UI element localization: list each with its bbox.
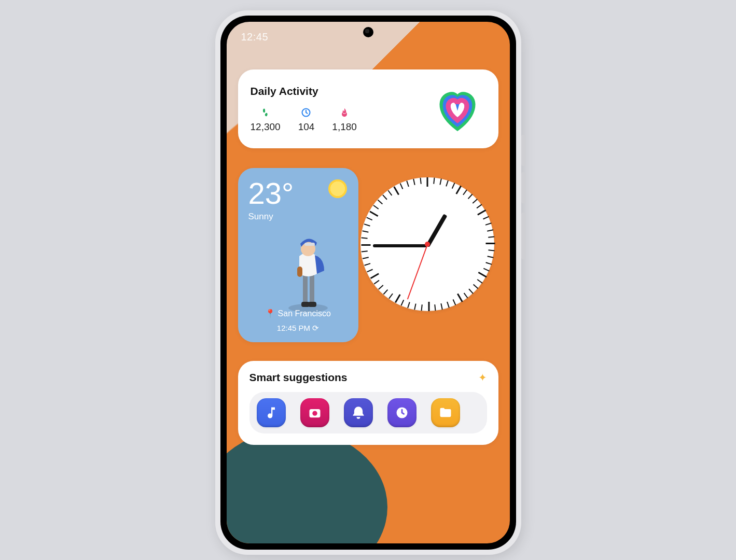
daily-activity-title: Daily Activity	[251, 85, 420, 97]
weather-condition: Sunny	[248, 212, 348, 222]
fire-icon	[339, 107, 350, 118]
active-minutes-metric: 104	[298, 107, 315, 133]
weather-illustration	[280, 230, 337, 313]
steps-value: 12,300	[251, 121, 281, 133]
weather-widget[interactable]: 23° Sunny 📍 San Francisco	[238, 168, 358, 342]
daily-activity-metrics: 12,300 104 1,180	[251, 107, 420, 133]
status-bar-time: 12:45	[241, 31, 269, 43]
weather-time: 12:45 PM	[277, 324, 310, 332]
front-camera	[363, 27, 373, 37]
weather-location-row: 📍 San Francisco	[238, 309, 358, 318]
smart-suggestions-title: Smart suggestions	[249, 371, 473, 384]
calories-metric: 1,180	[332, 107, 357, 133]
clock-icon	[300, 107, 312, 118]
power-button[interactable]	[521, 213, 525, 259]
suggested-app-files[interactable]	[431, 398, 460, 427]
suggested-app-camera[interactable]	[300, 398, 329, 427]
steps-metric: 12,300	[251, 107, 281, 133]
svg-point-10	[312, 411, 317, 416]
svg-rect-5	[308, 302, 316, 307]
weather-time-row: 12:45 PM ⟳	[238, 324, 358, 333]
svg-rect-2	[303, 272, 308, 303]
suggested-app-clock[interactable]	[387, 398, 416, 427]
phone-mockup: 12:45 Daily Activity 12,300	[215, 10, 521, 555]
svg-rect-7	[304, 243, 315, 246]
clock-second-hand	[407, 245, 427, 300]
calories-value: 1,180	[332, 121, 357, 133]
weather-location: San Francisco	[278, 309, 331, 318]
activity-rings-icon	[429, 80, 486, 137]
clock-center-pin	[425, 242, 430, 247]
clock-minute-hand	[373, 244, 427, 247]
smart-suggestions-widget[interactable]: Smart suggestions ✦	[238, 361, 498, 445]
phone-screen[interactable]: 12:45 Daily Activity 12,300	[227, 22, 510, 543]
pin-icon: 📍	[265, 309, 275, 318]
sun-icon	[328, 179, 347, 198]
analog-clock-widget[interactable]	[360, 177, 494, 311]
svg-rect-3	[310, 272, 314, 303]
volume-down-button[interactable]	[521, 172, 525, 203]
suggested-apps-row	[249, 392, 487, 433]
refresh-icon: ⟳	[312, 324, 319, 332]
suggested-app-reminder[interactable]	[344, 398, 373, 427]
volume-up-button[interactable]	[521, 135, 525, 166]
suggested-app-music[interactable]	[257, 398, 286, 427]
steps-icon	[260, 107, 271, 118]
minutes-value: 104	[298, 121, 315, 133]
daily-activity-widget[interactable]: Daily Activity 12,300 104	[238, 69, 498, 148]
svg-rect-8	[297, 267, 302, 277]
sparkle-icon: ✦	[478, 371, 487, 384]
